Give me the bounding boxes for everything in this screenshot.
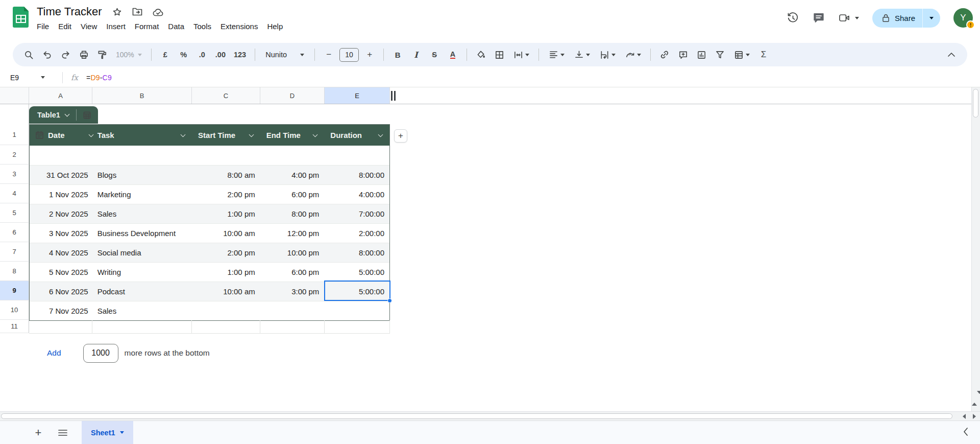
cell-d4[interactable]: 6:00 pm: [260, 185, 325, 204]
sheets-logo-icon[interactable]: [12, 6, 30, 29]
cell-b4[interactable]: Marketing: [93, 185, 192, 204]
add-sheet-button[interactable]: +: [30, 424, 47, 441]
avatar[interactable]: Y !: [953, 8, 973, 28]
cell-c7[interactable]: 2:00 pm: [192, 243, 260, 262]
table-row[interactable]: 1 Nov 2025 Marketing 2:00 pm 6:00 pm 4:0…: [30, 184, 389, 204]
undo-button[interactable]: [39, 47, 55, 62]
header-start-time[interactable]: Start Time: [192, 125, 260, 146]
cell-e6[interactable]: 2:00:00: [324, 224, 389, 243]
cell-a5[interactable]: 2 Nov 2025: [30, 204, 93, 223]
cell-d10[interactable]: [260, 301, 325, 320]
expand-side-panel-button[interactable]: [963, 427, 969, 436]
meet-dropdown-caret[interactable]: [855, 17, 859, 19]
italic-button[interactable]: I: [408, 47, 424, 62]
header-date[interactable]: Date: [30, 125, 93, 146]
row-header-1[interactable]: 1: [0, 124, 29, 145]
add-rows-button[interactable]: Add: [47, 348, 61, 358]
rows-count-input[interactable]: [83, 344, 118, 363]
cell-c8[interactable]: 1:00 pm: [192, 263, 260, 282]
cell-d6[interactable]: 12:00 pm: [260, 224, 325, 243]
insert-link-button[interactable]: [657, 47, 672, 62]
move-to-folder-icon[interactable]: [132, 7, 142, 16]
horizontal-scrollbar[interactable]: [0, 411, 980, 420]
cell-e8[interactable]: 5:00:00: [324, 263, 389, 282]
meet-call-button[interactable]: [838, 12, 859, 24]
table-row[interactable]: 2 Nov 2025 Sales 1:00 pm 8:00 pm 7:00:00: [30, 204, 389, 223]
table-options-button[interactable]: [77, 106, 98, 124]
cell-e10[interactable]: [324, 301, 389, 320]
cell-e3[interactable]: 8:00:00: [324, 166, 389, 184]
cell-c9[interactable]: 10:00 am: [192, 282, 260, 301]
header-start-time-caret[interactable]: [249, 132, 254, 137]
collapse-toolbar-button[interactable]: [944, 47, 959, 62]
header-task-caret[interactable]: [181, 132, 186, 137]
row-header-9[interactable]: 9: [0, 281, 29, 300]
horizontal-align-button[interactable]: [545, 47, 568, 62]
header-end-time[interactable]: End Time: [260, 125, 325, 146]
cloud-status-icon[interactable]: [153, 8, 164, 16]
cell-c4[interactable]: 2:00 pm: [192, 185, 260, 204]
insert-comment-button[interactable]: [675, 47, 691, 62]
column-resize-handle[interactable]: [391, 91, 396, 101]
all-sheets-button[interactable]: [54, 424, 71, 441]
column-header-e[interactable]: E: [325, 87, 390, 104]
fill-handle[interactable]: [387, 298, 392, 303]
row-header-4[interactable]: 4: [0, 184, 29, 203]
star-icon[interactable]: [112, 7, 122, 17]
cell-a4[interactable]: 1 Nov 2025: [30, 185, 93, 204]
paint-format-button[interactable]: [94, 47, 110, 62]
scroll-up-arrow[interactable]: [972, 394, 977, 406]
column-header-b[interactable]: B: [92, 87, 192, 104]
increase-font-size-button[interactable]: +: [362, 47, 377, 62]
column-header-d[interactable]: D: [260, 87, 325, 104]
comment-history-icon[interactable]: [813, 12, 825, 24]
menu-edit[interactable]: Edit: [54, 21, 76, 32]
header-end-time-caret[interactable]: [313, 132, 318, 137]
menu-format[interactable]: Format: [130, 21, 164, 32]
cell-d8[interactable]: 6:00 pm: [260, 263, 325, 282]
vertical-scrollbar[interactable]: [971, 87, 980, 411]
row-header-11[interactable]: 11: [0, 320, 29, 333]
cell-c5[interactable]: 1:00 pm: [192, 204, 260, 223]
cell-a3[interactable]: 31 Oct 2025: [30, 166, 93, 184]
scroll-down-arrow[interactable]: [977, 391, 980, 403]
header-duration-caret[interactable]: [378, 132, 383, 137]
sheet-tab-sheet1[interactable]: Sheet1: [82, 421, 133, 444]
format-percent-button[interactable]: %: [176, 47, 191, 62]
menu-tools[interactable]: Tools: [189, 21, 216, 32]
cell-a6[interactable]: 3 Nov 2025: [30, 224, 93, 243]
menu-insert[interactable]: Insert: [102, 21, 130, 32]
cell-b9[interactable]: Podcast: [93, 282, 192, 301]
zoom-control[interactable]: 100%: [113, 51, 145, 59]
cell-e5[interactable]: 7:00:00: [324, 204, 389, 223]
menu-data[interactable]: Data: [163, 21, 189, 32]
text-wrap-button[interactable]: [596, 47, 619, 62]
table-row[interactable]: 31 Oct 2025 Blogs 8:00 am 4:00 pm 8:00:0…: [30, 165, 389, 184]
column-header-a[interactable]: A: [29, 87, 92, 104]
redo-button[interactable]: [58, 47, 73, 62]
font-size-input[interactable]: 10: [339, 48, 359, 62]
cell-c10[interactable]: [192, 301, 260, 320]
scroll-right-arrow[interactable]: [973, 414, 976, 419]
number-format-button[interactable]: 123: [231, 47, 249, 62]
cell-a7[interactable]: 4 Nov 2025: [30, 243, 93, 262]
row-header-6[interactable]: 6: [0, 223, 29, 242]
cell-d5[interactable]: 8:00 pm: [260, 204, 325, 223]
vertical-align-button[interactable]: [571, 47, 593, 62]
horizontal-scrollbar-thumb[interactable]: [1, 413, 952, 419]
text-rotation-button[interactable]: A: [622, 47, 644, 62]
share-button[interactable]: Share: [872, 9, 940, 28]
create-filter-button[interactable]: [712, 47, 727, 62]
menu-file[interactable]: File: [32, 21, 54, 32]
menu-help[interactable]: Help: [262, 21, 287, 32]
cell-b10[interactable]: Sales: [93, 301, 192, 320]
cell-a8[interactable]: 5 Nov 2025: [30, 263, 93, 282]
table-name-chip[interactable]: Table1: [29, 106, 98, 124]
cell-b3[interactable]: Blogs: [93, 166, 192, 184]
table-row[interactable]: 7 Nov 2025 Sales: [30, 301, 389, 320]
cell-b6[interactable]: Business Development: [93, 224, 192, 243]
scroll-left-arrow[interactable]: [963, 414, 966, 419]
cell-b8[interactable]: Writing: [93, 263, 192, 282]
cell-c2[interactable]: [192, 146, 260, 165]
cell-b5[interactable]: Sales: [93, 204, 192, 223]
